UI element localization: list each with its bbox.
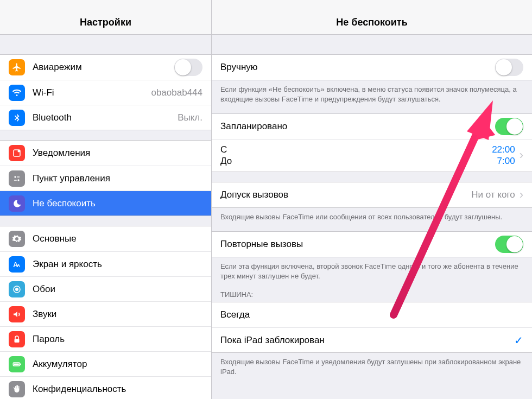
group-repeated: Повторные вызовы	[212, 231, 532, 257]
sidebar-item-controlcenter[interactable]: Пункт управления	[0, 166, 211, 191]
controlcenter-icon	[9, 170, 25, 187]
row-schedule-times[interactable]: С До 22:00 7:00 ›	[212, 139, 532, 172]
allow-footer: Входящие вызовы FaceTime или сообщения о…	[212, 208, 532, 222]
schedule-to-value: 7:00	[492, 155, 515, 167]
gear-icon	[9, 231, 25, 247]
row-manual[interactable]: Вручную	[212, 55, 532, 80]
sidebar-item-passcode[interactable]: Пароль	[0, 326, 211, 351]
airplane-switch[interactable]	[174, 59, 202, 76]
sidebar-item-dnd[interactable]: Не беспокоить	[0, 191, 211, 216]
manual-switch[interactable]	[495, 59, 523, 76]
sidebar-item-bluetooth[interactable]: Bluetooth Выкл.	[0, 105, 211, 130]
wallpaper-icon	[9, 281, 25, 297]
row-repeated-calls[interactable]: Повторные вызовы	[212, 232, 532, 257]
moon-icon	[9, 195, 25, 212]
sidebar-item-notifications[interactable]: Уведомления	[0, 141, 211, 166]
wifi-network-name: obaobab444	[151, 87, 202, 98]
sidebar-title: Настройки	[0, 0, 211, 35]
svg-rect-17	[20, 363, 21, 365]
svg-point-14	[16, 288, 18, 290]
display-icon: AA	[9, 256, 25, 273]
sidebar-item-battery[interactable]: Аккумулятор	[0, 351, 211, 376]
sidebar-item-privacy[interactable]: Конфиденциальность	[0, 376, 211, 399]
allow-calls-value: Ни от кого	[471, 189, 515, 200]
svg-point-6	[18, 150, 21, 153]
row-scheduled[interactable]: Запланировано	[212, 114, 532, 139]
svg-point-7	[14, 176, 16, 178]
row-silence-always[interactable]: Всегда	[212, 302, 532, 327]
checkmark-icon: ✓	[514, 334, 523, 347]
sidebar-group-connectivity: Авиарежим Wi-Fi obaobab444 Bluetooth Вык…	[0, 54, 211, 130]
hand-icon	[9, 381, 25, 397]
bluetooth-status: Выкл.	[178, 112, 202, 123]
silence-footer: Входящие вызовы FaceTime и уведомления б…	[212, 353, 532, 376]
sidebar-item-sounds[interactable]: Звуки	[0, 301, 211, 326]
manual-footer: Если функция «Не беспокоить» включена, в…	[212, 80, 532, 104]
sidebar-item-general[interactable]: Основные	[0, 226, 211, 251]
svg-rect-18	[14, 363, 19, 365]
svg-point-9	[17, 179, 19, 181]
sidebar-item-wifi[interactable]: Wi-Fi obaobab444	[0, 80, 211, 105]
battery-settings-icon	[9, 356, 25, 372]
sidebar-item-airplane[interactable]: Авиарежим	[0, 55, 211, 80]
schedule-from-label: С	[220, 144, 492, 155]
detail-pane: Не беспокоить Вручную Если функция «Не б…	[212, 0, 532, 399]
schedule-from-value: 22:00	[492, 144, 515, 155]
sidebar-group-general: Основные AA Экран и яркость Обои Звуки П…	[0, 226, 211, 399]
svg-rect-15	[15, 339, 20, 343]
schedule-to-label: До	[220, 155, 492, 167]
repeated-switch[interactable]	[495, 236, 523, 253]
airplane-icon	[9, 59, 25, 75]
svg-rect-8	[17, 176, 20, 178]
group-manual: Вручную	[212, 54, 532, 80]
group-silence: Всегда Пока iPad заблокирован ✓	[212, 302, 532, 353]
silence-header: ТИШИНА:	[212, 281, 532, 302]
chevron-right-icon: ›	[520, 188, 523, 202]
lock-icon	[9, 331, 25, 347]
svg-rect-10	[14, 180, 17, 181]
settings-sidebar: Настройки Авиарежим Wi-Fi obaobab444 Blu…	[0, 0, 212, 399]
sidebar-group-notifications: Уведомления Пункт управления Не беспокои…	[0, 140, 211, 216]
sidebar-item-wallpaper[interactable]: Обои	[0, 276, 211, 301]
sounds-icon	[9, 306, 25, 322]
svg-text:A: A	[17, 263, 20, 268]
sidebar-item-display[interactable]: AA Экран и яркость	[0, 251, 211, 276]
row-silence-locked[interactable]: Пока iPad заблокирован ✓	[212, 327, 532, 352]
notifications-icon	[9, 145, 25, 161]
detail-title: Не беспокоить	[212, 0, 532, 35]
scheduled-switch[interactable]	[495, 118, 523, 135]
bluetooth-icon	[9, 110, 25, 126]
group-allow-calls: Допуск вызовов Ни от кого ›	[212, 182, 532, 208]
chevron-right-icon: ›	[520, 148, 523, 162]
repeated-footer: Если эта функция включена, второй звонок…	[212, 257, 532, 281]
row-allow-calls[interactable]: Допуск вызовов Ни от кого ›	[212, 182, 532, 207]
group-scheduled: Запланировано С До 22:00 7:00 ›	[212, 113, 532, 172]
wifi-icon	[9, 85, 25, 101]
